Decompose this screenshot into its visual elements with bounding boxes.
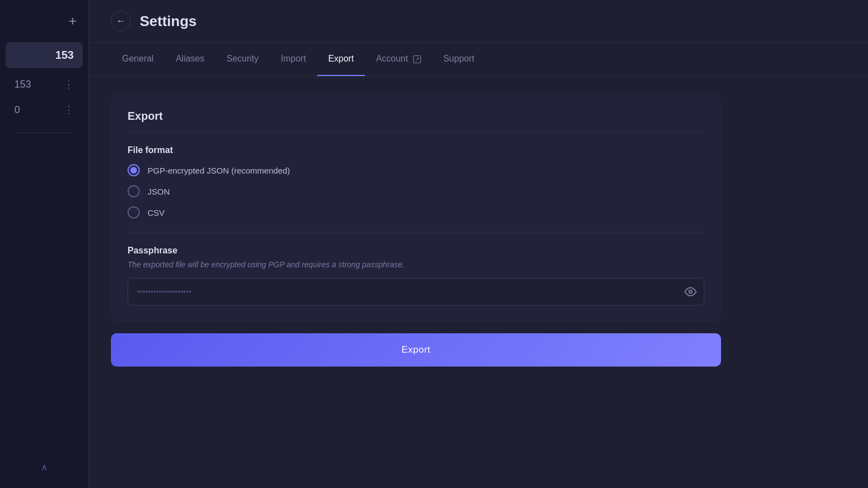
passphrase-input[interactable] xyxy=(128,278,704,306)
sidebar-item-1-count: 153 xyxy=(14,79,31,90)
tab-general[interactable]: General xyxy=(111,43,165,76)
radio-pgp[interactable]: PGP-encrypted JSON (recommended) xyxy=(128,164,704,176)
radio-csv[interactable]: CSV xyxy=(128,206,704,218)
chevron-up-icon[interactable]: ∧ xyxy=(37,458,52,477)
sidebar-item-2-count: 0 xyxy=(14,104,20,116)
passphrase-label: Passphrase xyxy=(128,246,704,256)
format-radio-group: PGP-encrypted JSON (recommended) JSON CS… xyxy=(128,164,704,218)
toggle-visibility-button[interactable] xyxy=(684,286,697,298)
card-title: Export xyxy=(128,110,704,123)
passphrase-field-wrapper xyxy=(128,278,704,306)
radio-pgp-label: PGP-encrypted JSON (recommended) xyxy=(148,166,290,175)
tabs-bar: General Aliases Security Import Export A… xyxy=(89,43,868,77)
sidebar-item-1[interactable]: 153 ⋮ xyxy=(6,73,83,96)
tab-security[interactable]: Security xyxy=(216,43,270,76)
content-area: Export File format PGP-encrypted JSON (r… xyxy=(89,77,868,488)
card-title-divider xyxy=(128,131,704,132)
sidebar-item-1-menu[interactable]: ⋮ xyxy=(64,78,74,90)
radio-json[interactable]: JSON xyxy=(128,185,704,197)
tab-aliases[interactable]: Aliases xyxy=(165,43,216,76)
sidebar-active-count: 153 xyxy=(55,49,74,62)
header: ← Settings xyxy=(89,0,868,43)
sidebar: + 153 153 ⋮ 0 ⋮ ∧ xyxy=(0,0,89,488)
back-button[interactable]: ← xyxy=(111,11,131,31)
radio-csv-label: CSV xyxy=(148,208,165,217)
export-button[interactable]: Export xyxy=(111,333,721,367)
sidebar-item-2[interactable]: 0 ⋮ xyxy=(6,98,83,121)
sidebar-item-2-menu[interactable]: ⋮ xyxy=(64,104,74,116)
sidebar-divider xyxy=(13,133,75,133)
tab-support[interactable]: Support xyxy=(432,43,485,76)
radio-json-label: JSON xyxy=(148,187,170,196)
sidebar-item-active[interactable]: 153 xyxy=(6,42,83,68)
add-button[interactable]: + xyxy=(63,11,83,31)
page-title: Settings xyxy=(140,13,197,30)
section-divider xyxy=(128,232,704,232)
file-format-label: File format xyxy=(128,145,704,155)
main-content: ← Settings General Aliases Security Impo… xyxy=(89,0,868,488)
tab-import[interactable]: Import xyxy=(270,43,317,76)
tab-account[interactable]: Account ↗ xyxy=(365,43,432,76)
radio-json-circle xyxy=(128,185,140,197)
radio-pgp-circle xyxy=(128,164,140,176)
tab-export[interactable]: Export xyxy=(317,43,365,76)
export-card: Export File format PGP-encrypted JSON (r… xyxy=(111,93,721,322)
svg-point-0 xyxy=(689,290,692,293)
passphrase-description: The exported file will be encrypted usin… xyxy=(128,260,704,269)
radio-csv-circle xyxy=(128,206,140,218)
external-link-icon: ↗ xyxy=(413,55,421,63)
